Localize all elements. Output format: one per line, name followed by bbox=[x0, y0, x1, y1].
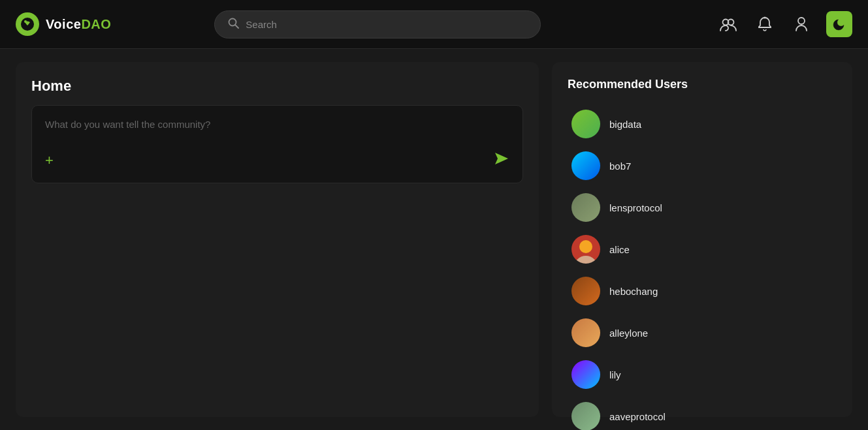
user-list: bigdatabob7lensprotocolalicehebochangall… bbox=[568, 104, 837, 430]
user-name: hebochang bbox=[609, 286, 658, 297]
post-composer[interactable]: What do you want tell the community? + bbox=[31, 105, 523, 183]
home-title: Home bbox=[31, 78, 523, 95]
user-name: aaveprotocol bbox=[609, 411, 666, 422]
svg-point-6 bbox=[764, 17, 765, 19]
header-icons bbox=[716, 11, 852, 37]
search-input[interactable] bbox=[246, 19, 527, 30]
user-item[interactable]: alice bbox=[568, 230, 837, 269]
svg-point-1 bbox=[24, 20, 27, 23]
avatar bbox=[571, 193, 600, 222]
user-item[interactable]: bigdata bbox=[568, 104, 837, 144]
user-name: alleylone bbox=[609, 328, 648, 339]
user-name: lily bbox=[609, 369, 621, 380]
search-icon bbox=[228, 18, 239, 31]
user-name: alice bbox=[609, 244, 630, 255]
user-item[interactable]: aaveprotocol bbox=[568, 397, 837, 430]
svg-line-3 bbox=[235, 25, 238, 28]
user-name: bigdata bbox=[609, 119, 641, 130]
search-container bbox=[214, 10, 541, 38]
logo-text: VoiceDAO bbox=[46, 17, 111, 32]
avatar bbox=[571, 318, 600, 347]
user-item[interactable]: alleylone bbox=[568, 313, 837, 352]
user-name: lensprotocol bbox=[609, 202, 662, 213]
svg-marker-8 bbox=[495, 153, 508, 164]
add-media-button[interactable]: + bbox=[45, 152, 54, 169]
avatar bbox=[571, 277, 600, 305]
search-box[interactable] bbox=[214, 10, 541, 38]
notifications-icon[interactable] bbox=[753, 12, 777, 36]
avatar bbox=[571, 360, 600, 389]
profile-icon[interactable] bbox=[790, 12, 813, 36]
home-panel: Home What do you want tell the community… bbox=[16, 62, 539, 417]
avatar bbox=[571, 402, 600, 430]
recommended-panel: Recommended Users bigdatabob7lensprotoco… bbox=[552, 62, 852, 417]
user-item[interactable]: hebochang bbox=[568, 271, 837, 311]
post-placeholder: What do you want tell the community? bbox=[45, 119, 509, 130]
main-content: Home What do you want tell the community… bbox=[0, 49, 868, 430]
dark-mode-button[interactable] bbox=[826, 11, 852, 37]
send-button[interactable] bbox=[494, 151, 509, 170]
avatar bbox=[571, 110, 600, 138]
post-actions: + bbox=[45, 151, 509, 170]
svg-point-7 bbox=[798, 18, 805, 24]
community-icon[interactable] bbox=[716, 12, 740, 36]
logo-area: VoiceDAO bbox=[16, 12, 120, 36]
user-item[interactable]: lensprotocol bbox=[568, 188, 837, 227]
avatar bbox=[571, 151, 600, 180]
avatar bbox=[571, 235, 600, 264]
recommended-title: Recommended Users bbox=[568, 78, 837, 91]
logo-icon bbox=[16, 12, 39, 36]
user-item[interactable]: lily bbox=[568, 355, 837, 394]
header: VoiceDAO bbox=[0, 0, 868, 49]
user-name: bob7 bbox=[609, 161, 631, 172]
user-item[interactable]: bob7 bbox=[568, 146, 837, 185]
